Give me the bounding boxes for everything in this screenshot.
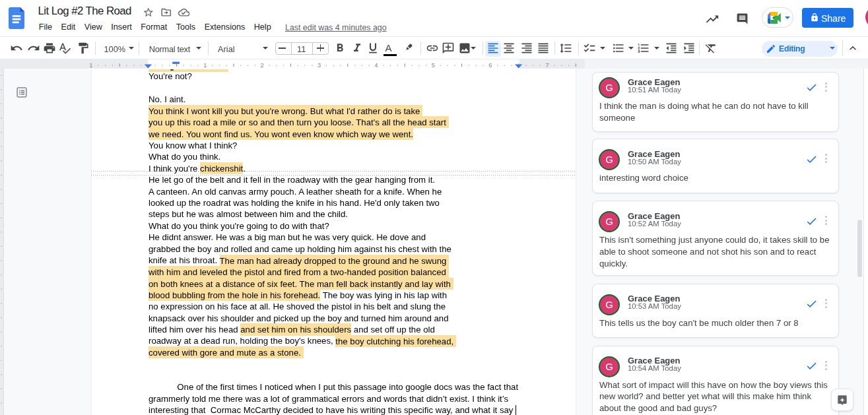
- svg-text:2: 2: [261, 61, 264, 69]
- svg-text:3: 3: [317, 61, 321, 69]
- svg-text:1: 1: [203, 61, 207, 69]
- svg-text:7: 7: [546, 61, 549, 69]
- svg-text:5: 5: [432, 61, 435, 69]
- svg-text:6: 6: [488, 61, 492, 69]
- svg-text:1: 1: [89, 61, 92, 69]
- svg-text:4: 4: [374, 61, 378, 69]
